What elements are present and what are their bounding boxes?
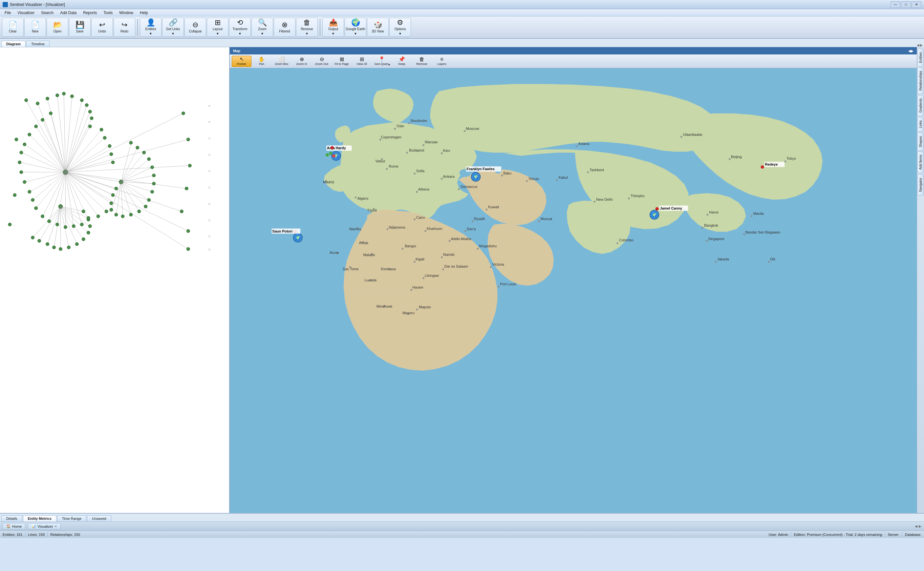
right-tab-links[interactable]: Links bbox=[918, 117, 924, 131]
menu-window[interactable]: Window bbox=[116, 10, 136, 16]
tab-diagram[interactable]: Diagram bbox=[1, 41, 26, 47]
new-button[interactable]: 📄 New bbox=[24, 18, 46, 37]
open-button[interactable]: 📂 Open bbox=[46, 18, 68, 37]
svg-point-105 bbox=[48, 220, 51, 223]
right-tab-relationships[interactable]: Relationships bbox=[918, 67, 924, 94]
app-bar-left-arrow[interactable]: ◀ bbox=[915, 525, 918, 528]
svg-point-106 bbox=[41, 215, 44, 218]
map-pointer-button[interactable]: ↖ Pointer bbox=[232, 56, 251, 67]
right-tab-shapes[interactable]: Shapes bbox=[918, 133, 924, 151]
app-tab-home[interactable]: 🏠 Home bbox=[3, 523, 25, 529]
right-tab-add-items[interactable]: Add Items bbox=[918, 151, 924, 173]
menu-search[interactable]: Search bbox=[38, 10, 57, 16]
map-layers-button[interactable]: ≡ Layers bbox=[432, 56, 452, 67]
svg-text:⊂: ⊂ bbox=[208, 169, 211, 173]
undo-button[interactable]: ↩ Undo bbox=[91, 18, 113, 37]
svg-text:Lilongwe: Lilongwe bbox=[425, 273, 439, 278]
visualizer-close-icon[interactable]: ✕ bbox=[54, 525, 57, 528]
tab-left-arrow[interactable]: ◀ bbox=[917, 43, 919, 47]
map-zoom-out-button[interactable]: ⊖ Zoom Out bbox=[312, 56, 331, 67]
tab-unsaved[interactable]: Unsaved bbox=[87, 515, 111, 522]
map-keep-button[interactable]: 📌 Keep bbox=[392, 56, 412, 67]
bottom-tab-strip: Details Entity Metrics Time Range Unsave… bbox=[0, 513, 924, 522]
tab-timeline[interactable]: Timeline bbox=[26, 41, 50, 47]
save-button[interactable]: 💾 Save bbox=[69, 18, 91, 37]
right-tab-gradients[interactable]: Gradients bbox=[918, 95, 924, 116]
svg-point-124 bbox=[152, 174, 156, 177]
home-icon: 🏠 bbox=[6, 524, 11, 528]
menu-add-data[interactable]: Add Data bbox=[57, 10, 80, 16]
svg-point-148 bbox=[188, 164, 191, 167]
collapse-label: Collapse bbox=[189, 29, 202, 33]
filtered-button[interactable]: ⊗ Filtered bbox=[274, 18, 296, 37]
right-tab-entities[interactable]: Entities bbox=[918, 49, 924, 66]
google-earth-button[interactable]: 🌍 Google Earth ▼ bbox=[345, 18, 366, 37]
svg-point-146 bbox=[181, 111, 185, 115]
svg-text:Kiev: Kiev bbox=[443, 148, 450, 153]
app-tab-visualizer[interactable]: 📊 Visualizer ✕ bbox=[28, 523, 61, 529]
layers-icon: ≡ bbox=[440, 57, 443, 62]
options-button[interactable]: ⚙ Options ▼ bbox=[389, 18, 411, 37]
3d-view-button[interactable]: 🎲 3D View bbox=[367, 18, 388, 37]
menu-help[interactable]: Help bbox=[136, 10, 151, 16]
layout-button[interactable]: ⊞ Layout ▼ bbox=[207, 18, 229, 37]
svg-rect-0 bbox=[0, 48, 229, 512]
entities-dropdown-arrow: ▼ bbox=[149, 32, 152, 35]
transform-button[interactable]: ⟲ Transform ▼ bbox=[229, 18, 251, 37]
svg-point-197 bbox=[538, 221, 540, 222]
output-button[interactable]: 📤 Output ▼ bbox=[322, 18, 344, 37]
tab-time-range[interactable]: Time Range bbox=[57, 515, 87, 522]
svg-text:Cairo: Cairo bbox=[416, 216, 425, 219]
open-label: Open bbox=[54, 29, 61, 33]
svg-point-109 bbox=[28, 190, 31, 193]
collapse-button[interactable]: ⊖ Collapse bbox=[184, 18, 206, 37]
map-view-all-button[interactable]: ⊞ View All bbox=[352, 56, 371, 67]
map-fit-to-page-button[interactable]: ⊠ Fit to Page bbox=[332, 56, 351, 67]
map-canvas[interactable]: Oslo Stockholm Copenhagen Warsaw Kiev Mo… bbox=[230, 68, 917, 513]
tab-details[interactable]: Details bbox=[1, 515, 22, 522]
map-pan-button[interactable]: ✋ Pan bbox=[252, 56, 271, 67]
status-edition: Edition: Premium (Concurrent) - Trial: 2… bbox=[794, 532, 882, 537]
svg-point-99 bbox=[96, 215, 100, 218]
menu-tools[interactable]: Tools bbox=[100, 10, 116, 16]
svg-point-205 bbox=[617, 242, 618, 244]
zoom-button[interactable]: 🔍 Zoom ▼ bbox=[251, 18, 273, 37]
svg-point-119 bbox=[129, 141, 133, 144]
svg-point-153 bbox=[8, 223, 11, 226]
app-bar-right-arrow[interactable]: ▶ bbox=[919, 525, 921, 528]
clear-button[interactable]: 📄 Clear bbox=[2, 18, 24, 37]
map-remove-button[interactable]: 🗑 Remove bbox=[412, 56, 432, 67]
menu-file[interactable]: File bbox=[1, 10, 14, 16]
close-button[interactable]: ✕ bbox=[912, 1, 921, 8]
status-bar: Entities: 161 Lines: 150 Relationships: … bbox=[0, 531, 924, 538]
svg-point-102 bbox=[72, 224, 75, 228]
geo-query-icon: 📍 bbox=[378, 57, 385, 62]
svg-text:Ankara: Ankara bbox=[443, 174, 455, 178]
menu-reports[interactable]: Reports bbox=[80, 10, 100, 16]
get-links-button[interactable]: 🔗 Get Links ▼ bbox=[162, 18, 184, 37]
svg-point-85 bbox=[80, 99, 84, 102]
minimize-button[interactable]: — bbox=[890, 1, 900, 8]
home-label: Home bbox=[12, 525, 22, 528]
redo-button[interactable]: ↪ Redo bbox=[114, 18, 135, 37]
get-links-dropdown-arrow: ▼ bbox=[171, 32, 175, 35]
svg-point-210 bbox=[425, 230, 426, 232]
svg-text:Victoria: Victoria bbox=[492, 262, 504, 266]
tab-entity-metrics[interactable]: Entity Metrics bbox=[23, 515, 56, 522]
svg-point-207 bbox=[715, 261, 717, 263]
map-expand-button[interactable]: ◀▶ bbox=[908, 49, 913, 53]
maximize-button[interactable]: □ bbox=[901, 1, 911, 8]
map-geo-query-button[interactable]: 📍 Geo-Query ▼ bbox=[372, 56, 392, 67]
map-zoom-in-button[interactable]: ⊕ Zoom In bbox=[292, 56, 311, 67]
svg-point-223 bbox=[414, 261, 416, 263]
menu-visualizer[interactable]: Visualizer bbox=[14, 10, 38, 16]
transform-label: Transform bbox=[232, 27, 247, 31]
entities-button[interactable]: 👤 Entities ▼ bbox=[140, 18, 161, 37]
map-zoom-box-button[interactable]: ⬜ Zoom Box bbox=[272, 56, 291, 67]
map-title-bar: Map ◀▶ bbox=[230, 47, 917, 54]
tab-right-arrow[interactable]: ▶ bbox=[920, 43, 923, 47]
remove-dropdown-arrow: ▼ bbox=[305, 32, 308, 35]
remove-button[interactable]: 🗑 Remove ▼ bbox=[296, 18, 318, 37]
right-tab-navigator[interactable]: Navigator bbox=[918, 174, 924, 196]
diagram-svg[interactable]: ⊂ ⊂ ⊂ ⊂ ⊂ ⊂ ⊂ ⊂ ⊂ ⊂ bbox=[0, 47, 229, 513]
